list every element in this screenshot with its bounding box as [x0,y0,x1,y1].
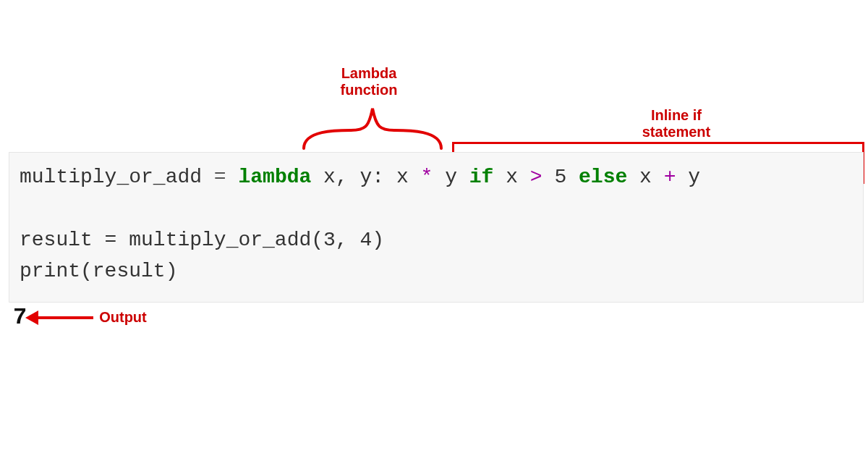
code-if-kw: if [469,166,494,188]
brace-icon [297,101,448,152]
code-star: * [421,166,433,188]
code-x1: x [396,166,421,188]
code-line3: result = multiply_or_add(3, 4) [20,229,384,251]
annotation-lambda-line1: Lambda [341,65,397,81]
code-gt: > [530,166,542,188]
arrow-head-icon [25,311,38,325]
code-y2: y [676,166,700,188]
output-line: 7 Output [13,304,147,331]
output-label: Output [99,309,147,326]
code-y: y [433,166,469,188]
annotation-lambda: Lambda function [311,65,427,98]
annotation-inline-line1: Inline if [651,107,702,123]
code-five: 5 [542,166,579,188]
code-var: multiply_or_add [20,166,202,188]
annotation-inline-line2: statement [642,124,710,140]
code-cond-x: x [493,166,529,188]
annotation-lambda-line2: function [341,82,398,98]
code-params: x, y: [311,166,396,188]
code-assign: = [202,166,238,188]
code-else-kw: else [579,166,627,188]
code-lambda-kw: lambda [238,166,311,188]
code-x2: x [627,166,663,188]
arrow-icon [35,316,93,319]
code-plus: + [664,166,676,188]
annotation-inline-if: Inline if statement [618,107,734,140]
code-line4: print(result) [20,260,177,282]
code-block: multiply_or_add = lambda x, y: x * y if … [9,152,864,303]
